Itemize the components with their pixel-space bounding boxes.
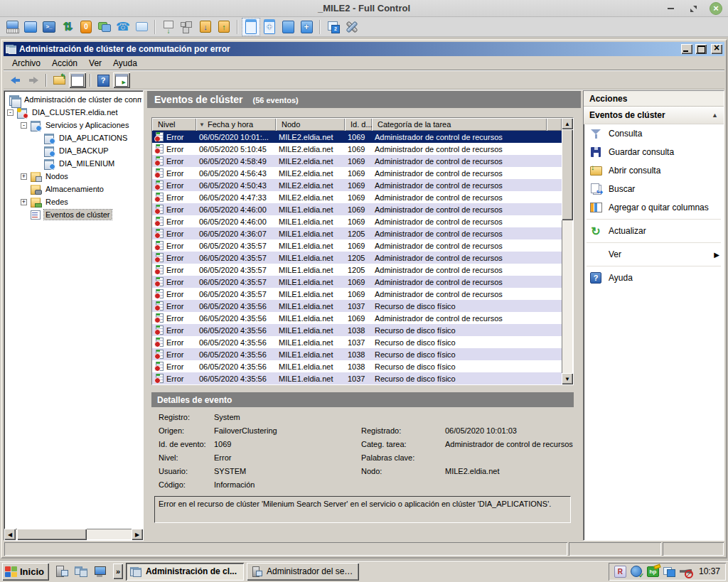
settings-tools-icon[interactable] bbox=[343, 18, 360, 36]
table-row[interactable]: Error 06/05/2020 4:35:57 MILE1.eldia.net… bbox=[152, 276, 562, 288]
action-ayuda[interactable]: Ayuda bbox=[584, 269, 724, 287]
action-buscar[interactable]: Buscar bbox=[584, 180, 724, 198]
column-header[interactable]: Categoría de la tarea bbox=[372, 118, 547, 131]
tree-item-redes[interactable]: + Redes bbox=[6, 195, 141, 208]
table-row[interactable]: Error 06/05/2020 4:50:43 MILE2.eldia.net… bbox=[152, 179, 562, 191]
action-ver[interactable]: Ver ▶ bbox=[584, 245, 724, 264]
up-one-level-button[interactable] bbox=[50, 72, 68, 88]
app-maximize-button[interactable] bbox=[695, 44, 707, 54]
start-button[interactable]: Inicio bbox=[2, 563, 49, 581]
tree-expander-icon[interactable]: + bbox=[21, 173, 27, 180]
tree-item-dia-backup[interactable]: DIA_BACKUP bbox=[6, 144, 141, 157]
tree-expander-icon[interactable]: + bbox=[21, 199, 27, 205]
tree-item-nodos[interactable]: + Nodos bbox=[6, 170, 141, 183]
collapse-icon[interactable]: ▲ bbox=[712, 112, 718, 119]
table-row[interactable]: Error 06/05/2020 4:35:56 MILE1.eldia.net… bbox=[152, 312, 562, 324]
quicklaunch-server-manager-icon[interactable] bbox=[55, 564, 69, 578]
table-row[interactable]: Error 06/05/2020 4:36:07 MILE1.eldia.net… bbox=[152, 227, 562, 239]
network-hosts-icon[interactable] bbox=[178, 18, 196, 36]
fullscreen-stretch-icon[interactable] bbox=[298, 18, 315, 36]
tree-item-almacenamiento[interactable]: Almacenamiento bbox=[6, 183, 141, 195]
table-row[interactable]: Error 06/05/2020 4:35:56 MILE1.eldia.net… bbox=[152, 300, 562, 312]
table-row[interactable]: Error 06/05/2020 4:35:56 MILE1.eldia.net… bbox=[152, 348, 562, 360]
shutdown-icon[interactable] bbox=[77, 18, 95, 36]
hp-tray-icon[interactable] bbox=[647, 566, 659, 578]
voice-chat-icon[interactable] bbox=[114, 18, 132, 36]
tree-item-dia-milenium[interactable]: DIA_MILENIUM bbox=[6, 157, 141, 170]
show-action-pane-button[interactable] bbox=[113, 72, 130, 88]
quicklaunch-show-desktop-icon[interactable] bbox=[93, 564, 107, 578]
volume-muted-icon[interactable] bbox=[680, 566, 692, 578]
restore-button[interactable] bbox=[687, 2, 700, 15]
scroll-left-icon[interactable]: ◀ bbox=[4, 529, 16, 540]
table-row[interactable]: Error 06/05/2020 4:35:56 MILE1.eldia.net… bbox=[152, 372, 562, 384]
menu-ver[interactable]: Ver bbox=[83, 56, 107, 70]
full-control-icon[interactable] bbox=[22, 18, 39, 36]
table-row[interactable]: Error 06/05/2020 4:35:56 MILE1.eldia.net… bbox=[152, 324, 562, 336]
stretch-view-icon[interactable] bbox=[261, 18, 278, 36]
tree-item-dia-cluster[interactable]: - DIA_CLUSTER.eldia.net bbox=[6, 106, 141, 119]
telnet-icon[interactable] bbox=[41, 18, 58, 36]
table-row[interactable]: Error 06/05/2020 4:46:00 MILE1.eldia.net… bbox=[152, 215, 562, 227]
normal-view-icon[interactable] bbox=[242, 18, 259, 36]
view-only-icon[interactable] bbox=[4, 18, 21, 36]
table-row[interactable]: Error 06/05/2020 4:56:43 MILE2.eldia.net… bbox=[152, 167, 562, 179]
app-titlebar[interactable]: Administración de clúster de conmutación… bbox=[4, 42, 724, 56]
table-vertical-scrollbar[interactable]: ▲ ▼ bbox=[562, 118, 573, 384]
scroll-up-icon[interactable]: ▲ bbox=[562, 118, 573, 129]
app-minimize-button[interactable] bbox=[681, 44, 692, 54]
tree-item-dia-aplications[interactable]: DIA_APLICATIONS bbox=[6, 131, 141, 144]
close-button[interactable] bbox=[710, 2, 722, 15]
help-button[interactable] bbox=[95, 72, 112, 88]
text-chat-icon[interactable] bbox=[96, 18, 113, 36]
table-row[interactable]: Error 06/05/2020 4:35:56 MILE1.eldia.net… bbox=[152, 336, 562, 348]
column-header[interactable]: Nodo bbox=[276, 118, 345, 131]
tree-item-root[interactable]: Administración de clúster de conmu bbox=[6, 93, 141, 106]
remote-desktop-tray-icon[interactable] bbox=[663, 566, 675, 578]
actions-section-header[interactable]: Eventos de clúster ▲ bbox=[584, 107, 724, 124]
table-row[interactable]: Error 06/05/2020 4:47:33 MILE2.eldia.net… bbox=[152, 191, 562, 203]
action-columnas[interactable]: Agregar o quitar columnas bbox=[584, 198, 724, 217]
task-cluster-admin[interactable]: Administración de cl... bbox=[126, 563, 244, 581]
table-row[interactable]: Error 06/05/2020 4:35:57 MILE1.eldia.net… bbox=[152, 239, 562, 252]
back-button[interactable] bbox=[6, 72, 23, 88]
column-header[interactable]: Nivel bbox=[152, 118, 196, 131]
table-row[interactable]: Error 06/05/2020 10:01:... MILE2.eldia.n… bbox=[152, 131, 562, 143]
table-row[interactable]: Error 06/05/2020 4:35:56 MILE1.eldia.net… bbox=[152, 360, 562, 372]
clipboard-get-icon[interactable] bbox=[197, 18, 214, 36]
app-close-button[interactable] bbox=[711, 44, 722, 54]
send-message-icon[interactable] bbox=[133, 18, 150, 36]
tree-expander-icon[interactable]: - bbox=[7, 109, 14, 116]
scrollbar-thumb[interactable] bbox=[562, 129, 573, 220]
scroll-down-icon[interactable]: ▼ bbox=[562, 373, 573, 384]
table-row[interactable]: Error 06/05/2020 4:35:57 MILE1.eldia.net… bbox=[152, 264, 562, 276]
action-consulta[interactable]: Consulta bbox=[584, 124, 724, 143]
scrollbar-thumb[interactable] bbox=[17, 529, 87, 540]
table-row[interactable]: Error 06/05/2020 4:35:57 MILE1.eldia.net… bbox=[152, 252, 562, 264]
action-guardar-consulta[interactable]: Guardar consulta bbox=[584, 143, 724, 161]
column-header[interactable]: Id. d... bbox=[345, 118, 372, 131]
quicklaunch-cluster-admin-icon[interactable] bbox=[74, 564, 88, 578]
table-row[interactable]: Error 06/05/2020 4:58:49 MILE2.eldia.net… bbox=[152, 155, 562, 167]
task-server-manager[interactable]: Administrador del servidor bbox=[247, 563, 359, 581]
tree-expander-icon[interactable]: - bbox=[21, 122, 27, 129]
table-row[interactable]: Error 06/05/2020 5:10:45 MILE2.eldia.net… bbox=[152, 143, 562, 155]
table-row[interactable]: Error 06/05/2020 4:46:00 MILE1.eldia.net… bbox=[152, 203, 562, 215]
show-console-tree-button[interactable] bbox=[69, 72, 86, 88]
tree-item-eventos[interactable]: Eventos de clúster bbox=[6, 208, 141, 221]
screenshot-icon[interactable] bbox=[160, 18, 177, 36]
menu-archivo[interactable]: Archivo bbox=[6, 56, 46, 70]
action-actualizar[interactable]: Actualizar bbox=[584, 222, 724, 240]
menu-ayuda[interactable]: Ayuda bbox=[107, 56, 143, 70]
menu-accion[interactable]: Acción bbox=[46, 56, 83, 70]
clipboard-send-icon[interactable] bbox=[215, 18, 232, 36]
scroll-right-icon[interactable]: ▶ bbox=[132, 529, 143, 540]
forward-button[interactable] bbox=[25, 72, 42, 88]
tree-item-servicios[interactable]: - Servicios y Aplicaciones bbox=[6, 119, 141, 131]
network-tray-icon[interactable] bbox=[631, 566, 643, 578]
file-transfer-icon[interactable] bbox=[59, 18, 76, 36]
action-abrir-consulta[interactable]: Abrir consulta bbox=[584, 161, 724, 180]
radmin-tray-icon[interactable] bbox=[614, 566, 626, 578]
quick-launch-chevron[interactable]: » bbox=[113, 564, 123, 579]
tree-horizontal-scrollbar[interactable]: ◀ ▶ bbox=[4, 529, 143, 540]
